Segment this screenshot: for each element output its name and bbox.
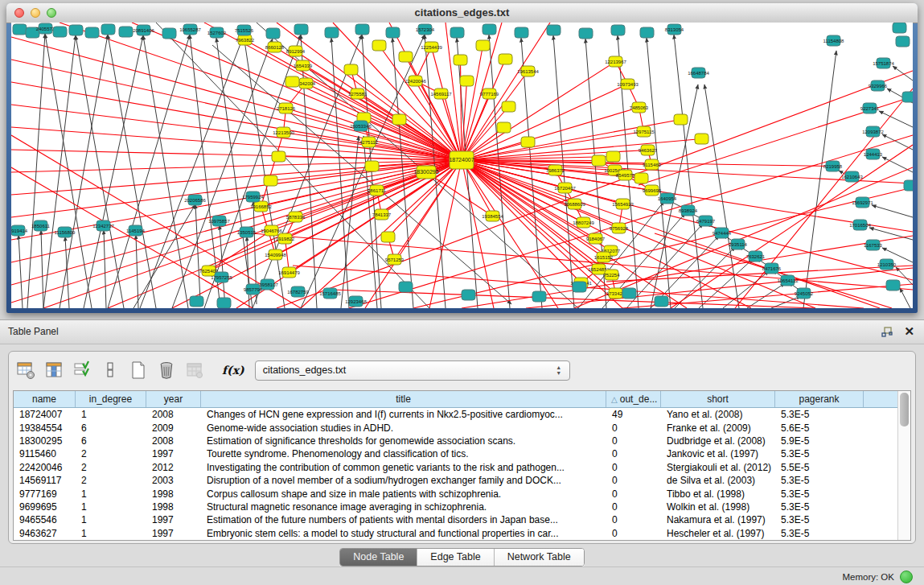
close-window-button[interactable]: [14, 8, 24, 18]
graph-node[interactable]: [53, 27, 67, 37]
new-column-button[interactable]: [100, 360, 121, 381]
graph-node[interactable]: [497, 122, 511, 133]
graph-node[interactable]: [355, 24, 369, 35]
table-cell: 18724007: [14, 409, 76, 420]
trash-icon[interactable]: [156, 360, 177, 381]
table-row[interactable]: 1938455462009Genome-wide association stu…: [14, 421, 898, 434]
network-canvas[interactable]: 1872400718300295796382286601288912994165…: [11, 23, 913, 308]
graph-node[interactable]: [454, 55, 467, 65]
graph-node[interactable]: [294, 24, 308, 35]
graph-node[interactable]: [119, 27, 133, 37]
graph-node[interactable]: [372, 40, 386, 51]
table-row[interactable]: 911546021997Tourette syndrome. Phenomeno…: [14, 447, 898, 460]
graph-node[interactable]: [462, 290, 475, 300]
graph-node[interactable]: [611, 25, 625, 35]
graph-node[interactable]: [386, 27, 400, 38]
graph-node[interactable]: [381, 232, 395, 242]
table-row[interactable]: 969969511998Structural magnetic resonanc…: [14, 501, 898, 513]
table-row[interactable]: 2242004622012Investigating the contribut…: [14, 461, 898, 474]
graph-node[interactable]: [634, 173, 648, 183]
graph-node[interactable]: [547, 25, 561, 35]
graph-node[interactable]: [622, 288, 636, 299]
graph-node[interactable]: [85, 27, 99, 38]
graph-node[interactable]: [217, 298, 231, 308]
column-header-short[interactable]: short: [661, 391, 775, 407]
graph-node[interactable]: [606, 151, 620, 162]
graph-edge: [216, 38, 253, 308]
scrollbar-thumb[interactable]: [900, 393, 909, 426]
graph-node-label: 8660128: [265, 45, 285, 50]
graph-node-label: 22420046: [405, 79, 426, 84]
window-titlebar[interactable]: citations_edges.txt: [6, 3, 918, 23]
graph-node[interactable]: [655, 296, 668, 307]
select-columns-button[interactable]: [72, 360, 92, 381]
graph-node[interactable]: [272, 151, 285, 162]
graph-node[interactable]: [69, 25, 83, 35]
table-row[interactable]: 1456911722003Disruption of a novel membe…: [14, 474, 898, 487]
graph-node[interactable]: [325, 27, 339, 38]
table-mode-button[interactable]: [15, 360, 36, 381]
graph-node[interactable]: [896, 36, 910, 47]
graph-node[interactable]: [392, 114, 406, 125]
graph-node-label: 9329966: [869, 84, 888, 89]
graph-node[interactable]: [476, 40, 490, 51]
graph-node[interactable]: [502, 101, 515, 112]
table-row[interactable]: 977716911998Corpus callosum shape and si…: [14, 487, 898, 500]
table-row[interactable]: 946554611997Estimation of the future num…: [14, 513, 898, 526]
tab-edge-table[interactable]: Edge Table: [417, 549, 494, 566]
graph-node[interactable]: [285, 76, 299, 87]
graph-node[interactable]: [499, 54, 512, 64]
graph-node[interactable]: [344, 64, 358, 75]
graph-node-label: 11156809: [55, 230, 76, 235]
graph-node[interactable]: [399, 282, 413, 292]
tab-node-table[interactable]: Node Table: [340, 549, 417, 566]
show-columns-button[interactable]: [43, 360, 64, 381]
graph-edge: [735, 89, 913, 308]
tab-network-table[interactable]: Network Table: [495, 549, 584, 566]
float-panel-icon[interactable]: [881, 327, 893, 337]
graph-node[interactable]: [13, 24, 27, 35]
table-row[interactable]: 1872400712008Changes of HCN gene express…: [14, 408, 898, 421]
graph-node[interactable]: [521, 137, 535, 147]
graph-node[interactable]: [573, 282, 586, 292]
table-row[interactable]: 1830029562008Estimation of significance …: [14, 435, 898, 447]
graph-node[interactable]: [902, 92, 913, 102]
column-header-pagerank[interactable]: pagerank: [775, 391, 864, 407]
graph-node[interactable]: [532, 291, 546, 302]
graph-node[interactable]: [640, 27, 654, 38]
graph-node-label: 20891406: [133, 28, 154, 33]
table-scrollbar[interactable]: [897, 391, 910, 540]
new-document-button[interactable]: [128, 360, 149, 381]
graph-node[interactable]: [162, 28, 176, 39]
graph-node[interactable]: [483, 24, 496, 35]
graph-node[interactable]: [365, 161, 379, 171]
graph-node[interactable]: [460, 76, 474, 86]
zoom-window-button[interactable]: [47, 8, 56, 18]
column-header-title[interactable]: title: [201, 391, 606, 407]
column-header-name[interactable]: name: [14, 391, 76, 407]
column-header-out_de[interactable]: △out_de...: [606, 391, 661, 407]
graph-node[interactable]: [695, 134, 708, 144]
function-builder-button[interactable]: f(x): [222, 364, 244, 377]
minimize-window-button[interactable]: [31, 8, 40, 18]
graph-node[interactable]: [101, 24, 115, 35]
column-header-in_degree[interactable]: in_degree: [76, 391, 146, 407]
graph-node[interactable]: [264, 175, 277, 186]
column-header-year[interactable]: year: [146, 391, 201, 407]
close-panel-icon[interactable]: ✕: [904, 325, 914, 338]
graph-node[interactable]: [266, 28, 280, 39]
graph-node-label: 15751874: [873, 61, 894, 66]
import-table-button[interactable]: [184, 360, 205, 381]
graph-node[interactable]: [190, 296, 203, 307]
graph-node[interactable]: [893, 23, 906, 33]
table-selector-dropdown[interactable]: citations_edges.txt ▲▼: [255, 360, 570, 381]
table-row[interactable]: 946362711997Embryonic stem cells: a mode…: [14, 527, 898, 540]
graph-node[interactable]: [579, 28, 593, 39]
graph-node[interactable]: [399, 51, 413, 62]
graph-node[interactable]: [886, 280, 900, 290]
graph-node[interactable]: [904, 180, 913, 191]
graph-node[interactable]: [674, 114, 688, 125]
graph-node[interactable]: [450, 27, 464, 38]
graph-node[interactable]: [592, 155, 606, 166]
graph-node[interactable]: [515, 27, 528, 38]
